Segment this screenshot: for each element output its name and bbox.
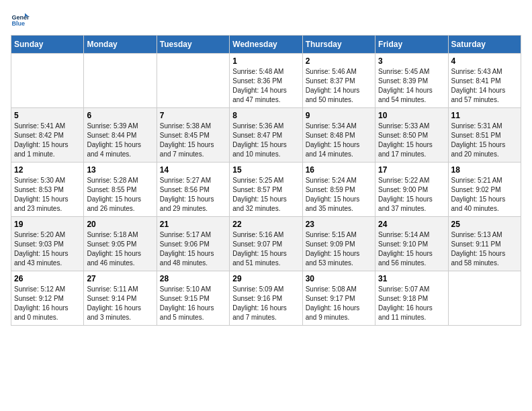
day-info: Sunrise: 5:25 AM Sunset: 8:57 PM Dayligh…	[232, 176, 299, 214]
calendar-table: SundayMondayTuesdayWednesdayThursdayFrid…	[11, 35, 521, 326]
calendar-cell: 7Sunrise: 5:38 AM Sunset: 8:45 PM Daylig…	[157, 108, 229, 163]
day-number: 13	[87, 165, 153, 175]
calendar-cell: 13Sunrise: 5:28 AM Sunset: 8:55 PM Dayli…	[84, 163, 157, 217]
day-info: Sunrise: 5:30 AM Sunset: 8:53 PM Dayligh…	[14, 176, 81, 214]
day-number: 23	[306, 220, 372, 229]
day-info: Sunrise: 5:45 AM Sunset: 8:39 PM Dayligh…	[378, 67, 445, 105]
day-number: 2	[306, 56, 372, 66]
calendar-cell: 5Sunrise: 5:41 AM Sunset: 8:42 PM Daylig…	[11, 108, 84, 163]
day-info: Sunrise: 5:12 AM Sunset: 9:12 PM Dayligh…	[14, 285, 81, 322]
day-info: Sunrise: 5:16 AM Sunset: 9:07 PM Dayligh…	[232, 230, 299, 268]
week-row-3: 12Sunrise: 5:30 AM Sunset: 8:53 PM Dayli…	[11, 163, 521, 217]
calendar-cell: 16Sunrise: 5:24 AM Sunset: 8:59 PM Dayli…	[302, 163, 375, 217]
day-number: 18	[451, 165, 518, 175]
calendar-cell: 22Sunrise: 5:16 AM Sunset: 9:07 PM Dayli…	[230, 217, 302, 271]
header-wednesday: Wednesday	[230, 36, 302, 54]
day-info: Sunrise: 5:21 AM Sunset: 9:02 PM Dayligh…	[451, 176, 518, 214]
header-saturday: Saturday	[448, 36, 521, 54]
day-number: 11	[451, 111, 518, 120]
day-number: 5	[14, 111, 81, 120]
day-info: Sunrise: 5:17 AM Sunset: 9:06 PM Dayligh…	[160, 230, 226, 268]
calendar-cell	[157, 54, 229, 108]
calendar-cell	[448, 271, 521, 326]
day-info: Sunrise: 5:09 AM Sunset: 9:16 PM Dayligh…	[232, 285, 299, 322]
day-info: Sunrise: 5:15 AM Sunset: 9:09 PM Dayligh…	[306, 230, 372, 268]
day-info: Sunrise: 5:14 AM Sunset: 9:10 PM Dayligh…	[378, 230, 445, 268]
day-number: 17	[378, 165, 445, 175]
day-info: Sunrise: 5:24 AM Sunset: 8:59 PM Dayligh…	[306, 176, 372, 214]
calendar-cell: 26Sunrise: 5:12 AM Sunset: 9:12 PM Dayli…	[11, 271, 84, 326]
calendar-cell: 1Sunrise: 5:48 AM Sunset: 8:36 PM Daylig…	[230, 54, 302, 108]
calendar-cell: 17Sunrise: 5:22 AM Sunset: 9:00 PM Dayli…	[375, 163, 448, 217]
calendar-cell: 14Sunrise: 5:27 AM Sunset: 8:56 PM Dayli…	[157, 163, 229, 217]
calendar-cell: 21Sunrise: 5:17 AM Sunset: 9:06 PM Dayli…	[157, 217, 229, 271]
day-info: Sunrise: 5:41 AM Sunset: 8:42 PM Dayligh…	[14, 122, 81, 159]
calendar-cell: 11Sunrise: 5:31 AM Sunset: 8:51 PM Dayli…	[448, 108, 521, 163]
calendar-cell: 27Sunrise: 5:11 AM Sunset: 9:14 PM Dayli…	[84, 271, 157, 326]
day-number: 21	[160, 220, 226, 229]
calendar-cell: 25Sunrise: 5:13 AM Sunset: 9:11 PM Dayli…	[448, 217, 521, 271]
day-number: 9	[306, 111, 372, 120]
day-number: 12	[14, 165, 81, 175]
calendar-cell: 30Sunrise: 5:08 AM Sunset: 9:17 PM Dayli…	[302, 271, 375, 326]
calendar-cell: 8Sunrise: 5:36 AM Sunset: 8:47 PM Daylig…	[230, 108, 302, 163]
week-row-4: 19Sunrise: 5:20 AM Sunset: 9:03 PM Dayli…	[11, 217, 521, 271]
logo: General Blue	[11, 11, 32, 30]
day-number: 29	[232, 274, 299, 283]
day-info: Sunrise: 5:31 AM Sunset: 8:51 PM Dayligh…	[451, 122, 518, 159]
day-number: 14	[160, 165, 226, 175]
calendar-cell: 4Sunrise: 5:43 AM Sunset: 8:41 PM Daylig…	[448, 54, 521, 108]
header-friday: Friday	[375, 36, 448, 54]
day-info: Sunrise: 5:10 AM Sunset: 9:15 PM Dayligh…	[160, 285, 226, 322]
calendar-cell: 2Sunrise: 5:46 AM Sunset: 8:37 PM Daylig…	[302, 54, 375, 108]
day-info: Sunrise: 5:34 AM Sunset: 8:48 PM Dayligh…	[306, 122, 372, 159]
day-info: Sunrise: 5:08 AM Sunset: 9:17 PM Dayligh…	[306, 285, 372, 322]
calendar-cell: 12Sunrise: 5:30 AM Sunset: 8:53 PM Dayli…	[11, 163, 84, 217]
calendar-cell: 18Sunrise: 5:21 AM Sunset: 9:02 PM Dayli…	[448, 163, 521, 217]
day-number: 3	[378, 56, 445, 66]
week-row-1: 1Sunrise: 5:48 AM Sunset: 8:36 PM Daylig…	[11, 54, 521, 108]
day-number: 16	[306, 165, 372, 175]
calendar-cell: 9Sunrise: 5:34 AM Sunset: 8:48 PM Daylig…	[302, 108, 375, 163]
day-info: Sunrise: 5:36 AM Sunset: 8:47 PM Dayligh…	[232, 122, 299, 159]
calendar-cell: 19Sunrise: 5:20 AM Sunset: 9:03 PM Dayli…	[11, 217, 84, 271]
day-number: 25	[451, 220, 518, 229]
calendar-cell	[11, 54, 84, 108]
day-info: Sunrise: 5:27 AM Sunset: 8:56 PM Dayligh…	[160, 176, 226, 214]
header-monday: Monday	[84, 36, 157, 54]
header: General Blue	[11, 11, 521, 30]
calendar-cell: 28Sunrise: 5:10 AM Sunset: 9:15 PM Dayli…	[157, 271, 229, 326]
day-number: 7	[160, 111, 226, 120]
day-info: Sunrise: 5:07 AM Sunset: 9:18 PM Dayligh…	[378, 285, 445, 322]
day-info: Sunrise: 5:20 AM Sunset: 9:03 PM Dayligh…	[14, 230, 81, 268]
day-info: Sunrise: 5:18 AM Sunset: 9:05 PM Dayligh…	[87, 230, 153, 268]
header-tuesday: Tuesday	[157, 36, 229, 54]
day-info: Sunrise: 5:46 AM Sunset: 8:37 PM Dayligh…	[306, 67, 372, 105]
calendar-cell	[84, 54, 157, 108]
calendar-cell: 31Sunrise: 5:07 AM Sunset: 9:18 PM Dayli…	[375, 271, 448, 326]
day-info: Sunrise: 5:11 AM Sunset: 9:14 PM Dayligh…	[87, 285, 153, 322]
day-number: 8	[232, 111, 299, 120]
day-number: 15	[232, 165, 299, 175]
day-number: 4	[451, 56, 518, 66]
header-thursday: Thursday	[302, 36, 375, 54]
day-number: 28	[160, 274, 226, 283]
calendar-cell: 10Sunrise: 5:33 AM Sunset: 8:50 PM Dayli…	[375, 108, 448, 163]
day-number: 6	[87, 111, 153, 120]
calendar-cell: 24Sunrise: 5:14 AM Sunset: 9:10 PM Dayli…	[375, 217, 448, 271]
day-number: 20	[87, 220, 153, 229]
calendar-cell: 23Sunrise: 5:15 AM Sunset: 9:09 PM Dayli…	[302, 217, 375, 271]
day-number: 30	[306, 274, 372, 283]
day-number: 31	[378, 274, 445, 283]
calendar-cell: 15Sunrise: 5:25 AM Sunset: 8:57 PM Dayli…	[230, 163, 302, 217]
day-number: 1	[232, 56, 299, 66]
day-number: 19	[14, 220, 81, 229]
calendar-header-row: SundayMondayTuesdayWednesdayThursdayFrid…	[11, 36, 521, 54]
calendar-cell: 29Sunrise: 5:09 AM Sunset: 9:16 PM Dayli…	[230, 271, 302, 326]
day-info: Sunrise: 5:43 AM Sunset: 8:41 PM Dayligh…	[451, 67, 518, 105]
svg-text:Blue: Blue	[11, 20, 25, 27]
day-info: Sunrise: 5:28 AM Sunset: 8:55 PM Dayligh…	[87, 176, 153, 214]
day-number: 27	[87, 274, 153, 283]
day-info: Sunrise: 5:39 AM Sunset: 8:44 PM Dayligh…	[87, 122, 153, 159]
day-info: Sunrise: 5:33 AM Sunset: 8:50 PM Dayligh…	[378, 122, 445, 159]
